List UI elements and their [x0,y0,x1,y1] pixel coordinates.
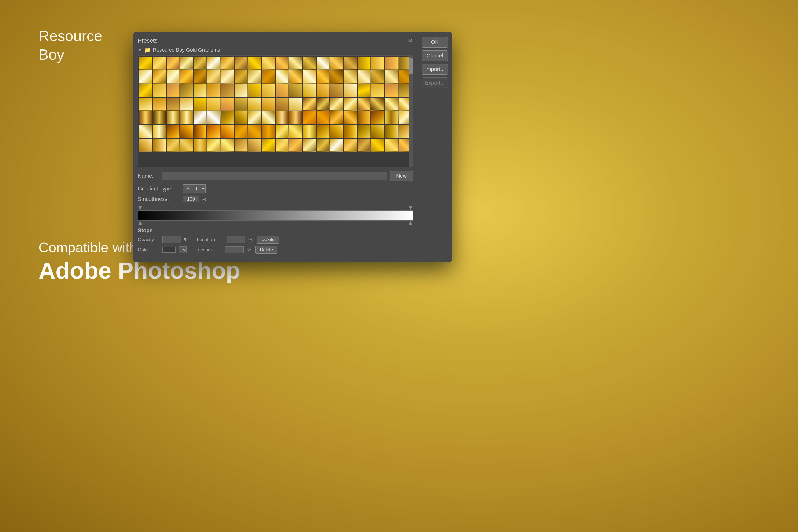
folder-row[interactable]: ▼ 📁 Resource Boy Gold Gradients [138,47,413,53]
gradient-cell[interactable] [289,98,302,111]
delete-button-2[interactable]: Delete [255,246,278,254]
gradient-cell[interactable] [276,98,289,111]
gradient-cell[interactable] [358,111,370,124]
gradient-cell[interactable] [207,70,220,83]
gradient-cell[interactable] [371,138,384,152]
gradient-cell[interactable] [221,98,234,111]
gradient-cell[interactable] [371,125,384,138]
gradient-cell[interactable] [167,125,179,138]
gradient-cell[interactable] [371,84,384,97]
gradient-preview-bar[interactable] [138,210,413,221]
gradient-cell[interactable] [139,84,152,97]
gradient-cell[interactable] [317,57,329,70]
gradient-cell[interactable] [358,84,370,97]
gradient-cell[interactable] [276,57,289,70]
gradient-cell[interactable] [262,98,275,111]
gradient-cell[interactable] [221,111,234,124]
gradient-cell[interactable] [180,138,193,152]
gradient-cell[interactable] [234,98,248,111]
gradient-cell[interactable] [248,111,261,124]
gradient-cell[interactable] [371,111,384,124]
gradient-cell[interactable] [180,125,193,138]
gradient-cell[interactable] [358,98,370,111]
gradient-cell[interactable] [153,125,166,138]
gradient-cell[interactable] [248,70,261,83]
cancel-button[interactable]: Cancel [422,50,448,61]
gradient-cell[interactable] [207,84,220,97]
gradient-cell[interactable] [167,138,179,152]
gradient-cell[interactable] [139,57,152,70]
gradient-cell[interactable] [330,57,343,70]
gradient-cell[interactable] [180,98,193,111]
gradient-cell[interactable] [330,125,343,138]
gradient-cell[interactable] [194,98,207,111]
gradient-cell[interactable] [139,70,152,83]
gradient-cell[interactable] [330,111,343,124]
gradient-cell[interactable] [358,138,370,152]
gradient-cell[interactable] [234,70,248,83]
gradient-cell[interactable] [385,98,398,111]
gradient-cell[interactable] [167,57,179,70]
gradient-cell[interactable] [344,98,357,111]
gradient-cell[interactable] [344,70,357,83]
gradient-cell[interactable] [167,98,179,111]
gradient-cell[interactable] [317,138,329,152]
gradient-cell[interactable] [344,57,357,70]
gradient-cell[interactable] [248,84,261,97]
gradient-cell[interactable] [317,70,329,83]
gradient-cell[interactable] [262,111,275,124]
gradient-cell[interactable] [317,125,329,138]
color-swatch[interactable] [162,247,175,253]
grid-scrollbar[interactable] [409,56,413,167]
gradient-cell[interactable] [262,57,275,70]
gradient-cell[interactable] [262,70,275,83]
gradient-cell[interactable] [289,57,302,70]
gradient-cell[interactable] [289,111,302,124]
gear-button[interactable]: ⚙ [407,37,413,44]
gradient-cell[interactable] [234,84,248,97]
export-button[interactable]: Export... [422,77,448,88]
gradient-cell[interactable] [303,125,316,138]
gradient-cell[interactable] [385,84,398,97]
gradient-cell[interactable] [371,98,384,111]
gradient-cell[interactable] [180,70,193,83]
location-input-2[interactable] [225,246,244,253]
gradient-cell[interactable] [248,138,261,152]
gradient-cell[interactable] [385,57,398,70]
gradient-cell[interactable] [289,138,302,152]
gradient-cell[interactable] [289,84,302,97]
gradient-cell[interactable] [276,84,289,97]
gradient-cell[interactable] [153,84,166,97]
bottom-handle-right[interactable] [408,221,412,225]
gradient-cell[interactable] [180,111,193,124]
gradient-cell[interactable] [303,98,316,111]
gradient-cell[interactable] [248,125,261,138]
gradient-cell[interactable] [385,125,398,138]
gradient-cell[interactable] [221,57,234,70]
gradient-cell[interactable] [221,84,234,97]
gradient-cell[interactable] [358,70,370,83]
bottom-handle-left[interactable] [138,221,142,225]
gradient-cell[interactable] [248,57,261,70]
smoothness-input[interactable] [183,195,199,203]
gradient-cell[interactable] [303,84,316,97]
gradient-cell[interactable] [234,111,248,124]
gradient-cell[interactable] [221,138,234,152]
gradient-cell[interactable] [371,70,384,83]
gradient-cell[interactable] [276,125,289,138]
name-input[interactable] [162,172,387,180]
gradient-cell[interactable] [221,125,234,138]
gradient-cell[interactable] [358,57,370,70]
gradient-cell[interactable] [153,57,166,70]
gradient-cell[interactable] [262,138,275,152]
gradient-cell[interactable] [289,70,302,83]
gradient-cell[interactable] [207,125,220,138]
gradient-cell[interactable] [139,98,152,111]
gradient-cell[interactable] [234,125,248,138]
color-dropdown[interactable] [179,246,187,253]
gradient-cell[interactable] [276,70,289,83]
gradient-cell[interactable] [234,57,248,70]
gradient-cell[interactable] [289,125,302,138]
gradient-cell[interactable] [194,84,207,97]
gradient-cell[interactable] [139,125,152,138]
